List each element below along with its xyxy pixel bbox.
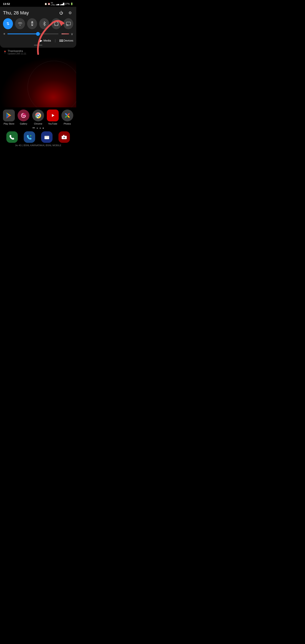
app-label-youtube: YouTube xyxy=(48,122,57,125)
signal-icon-2: ▂▄█ xyxy=(60,3,64,5)
app-icon-chrome xyxy=(32,110,44,122)
signal-icon: ▂▄ xyxy=(56,3,59,5)
app-label-play-store: Play Store xyxy=(4,122,14,125)
devices-button[interactable]: Devices xyxy=(60,39,73,42)
dock-wallet[interactable] xyxy=(41,131,52,143)
svg-point-21 xyxy=(64,137,65,138)
svg-point-12 xyxy=(37,114,39,116)
svg-rect-17 xyxy=(44,136,49,137)
qs-media-devices-row: ▶ Media | Devices xyxy=(3,38,73,44)
qs-tile-screenshot[interactable] xyxy=(51,18,61,29)
wallpaper xyxy=(0,56,76,108)
app-item-gallery[interactable]: Gallery xyxy=(18,110,30,125)
quick-settings-panel: Thu, 28 May ⏻ ⚙ ⇅ xyxy=(0,7,76,48)
qs-tiles-row: ⇅ xyxy=(3,18,73,29)
bluetooth-icon xyxy=(42,21,46,26)
youtube-svg xyxy=(49,113,56,118)
qs-header-icons: ⏻ ⚙ xyxy=(58,10,73,16)
qs-date: Thu, 28 May xyxy=(3,10,29,16)
media-play-icon: ▶ xyxy=(40,38,42,42)
screencast-icon xyxy=(66,22,71,26)
phone-blue-svg xyxy=(26,134,32,140)
svg-rect-5 xyxy=(66,22,70,25)
alarm-icon: ⏰ xyxy=(48,3,50,5)
devices-label: Devices xyxy=(64,39,73,42)
play-store-svg xyxy=(5,112,12,119)
dock xyxy=(0,130,76,144)
qs-divider: | xyxy=(55,39,56,42)
svg-point-15 xyxy=(30,135,31,136)
settings-button[interactable]: ⚙ xyxy=(67,10,73,16)
power-button[interactable]: ⏻ xyxy=(58,10,64,16)
wallet-svg xyxy=(44,134,50,140)
app-item-chrome[interactable]: Chrome xyxy=(32,110,44,125)
app-icon-youtube xyxy=(47,110,59,122)
qs-tile-screencast[interactable] xyxy=(63,18,73,29)
qs-tile-bluetooth[interactable] xyxy=(39,18,49,29)
app-item-youtube[interactable]: YouTube xyxy=(47,110,59,125)
brightness-expand-btn[interactable]: ∨ xyxy=(71,32,73,36)
wallpaper-arc xyxy=(28,61,76,108)
dock-phone-green[interactable] xyxy=(6,131,18,143)
page-dot-2 xyxy=(40,128,41,129)
svg-point-9 xyxy=(22,114,23,115)
status-bar: 13:52 📋 ⏰ VoLTE1 ▂▄ ▂▄█ 27% 🔋 xyxy=(0,0,76,7)
app-icon-play-store xyxy=(3,110,15,122)
qs-tile-flashlight[interactable] xyxy=(27,18,37,29)
camera-red-svg xyxy=(61,134,67,140)
app-icon-gallery xyxy=(18,110,30,122)
app-item-photos[interactable]: Photos xyxy=(62,110,73,125)
weather-widget: 📍 Thanisandra Updated 28/5 11:21 xyxy=(0,48,76,56)
devices-icon xyxy=(60,40,62,42)
app-label-gallery: Gallery xyxy=(20,122,27,125)
dock-camera-red[interactable] xyxy=(58,131,70,143)
status-icons: 📋 ⏰ VoLTE1 ▂▄ ▂▄█ 27% 🔋 xyxy=(44,2,73,6)
weather-updated: Updated 28/5 11:21 xyxy=(8,52,26,55)
data-icon: ⇅ xyxy=(6,22,10,26)
app-row: Play Store Gallery xyxy=(0,108,76,126)
qs-drag-handle xyxy=(34,45,42,46)
media-button[interactable]: ▶ Media xyxy=(40,38,51,42)
phone-green-svg xyxy=(9,134,15,140)
battery-text: 27% xyxy=(65,2,70,5)
chrome-svg xyxy=(34,112,42,119)
weather-location: Thanisandra xyxy=(8,49,26,52)
svg-point-8 xyxy=(21,113,26,118)
photos-svg xyxy=(64,112,71,119)
qs-header: Thu, 28 May ⏻ ⚙ xyxy=(3,8,73,18)
qs-tile-data[interactable]: ⇅ xyxy=(3,18,13,29)
svg-rect-16 xyxy=(44,136,49,139)
flashlight-icon xyxy=(30,21,34,26)
location-pin-icon: 📍 xyxy=(4,51,6,54)
svg-rect-4 xyxy=(54,22,58,26)
dock-phone-blue[interactable] xyxy=(24,131,35,143)
app-label-chrome: Chrome xyxy=(34,122,42,125)
wifi-icon xyxy=(18,22,22,26)
carrier-text: Jio 4G | BSNL KARNATAKA | BSNL MOBILE xyxy=(15,144,61,146)
svg-point-6 xyxy=(66,26,67,26)
page-dot-3 xyxy=(42,128,44,129)
clipboard-icon: 📋 xyxy=(44,3,47,5)
app-item-play-store[interactable]: Play Store xyxy=(3,110,15,125)
battery-icon: 🔋 xyxy=(70,2,73,5)
screenshot-icon xyxy=(54,22,59,26)
brightness-row: ☀ ∨ xyxy=(3,32,73,36)
brightness-icon: ☀ xyxy=(3,32,6,36)
network-label: VoLTE1 xyxy=(51,2,55,6)
carrier-bar: Jio 4G | BSNL KARNATAKA | BSNL MOBILE xyxy=(0,144,76,148)
app-icon-photos xyxy=(62,110,73,122)
svg-rect-1 xyxy=(32,23,32,24)
page-dot-menu xyxy=(32,128,35,128)
status-time: 13:52 xyxy=(3,2,10,6)
media-label: Media xyxy=(44,39,51,42)
app-label-photos: Photos xyxy=(64,122,71,125)
gallery-svg xyxy=(20,112,27,119)
svg-rect-22 xyxy=(63,135,64,136)
page-indicators xyxy=(0,126,76,130)
page-dot-home xyxy=(37,128,38,129)
qs-tile-wifi[interactable] xyxy=(15,18,25,29)
